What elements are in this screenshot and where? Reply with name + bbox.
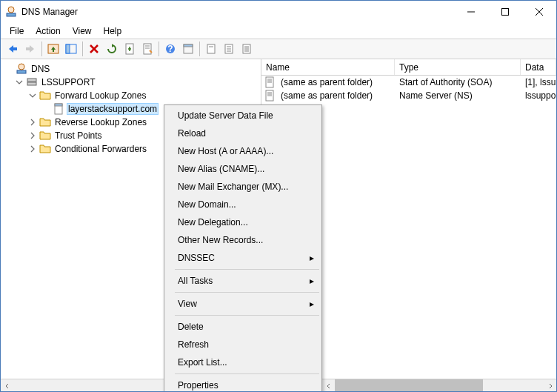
column-name[interactable]: Name: [261, 59, 395, 75]
record-icon: [264, 76, 276, 88]
mi-label: New Mail Exchanger (MX)...: [178, 182, 288, 192]
mi-other-new-records[interactable]: Other New Records...: [166, 231, 320, 249]
maximize-button[interactable]: [488, 1, 522, 23]
close-button[interactable]: [522, 1, 556, 23]
delete-button[interactable]: [86, 41, 102, 57]
mi-new-alias[interactable]: New Alias (CNAME)...: [166, 160, 320, 178]
new-window-button[interactable]: [180, 41, 196, 57]
list-h-scrollbar[interactable]: [322, 379, 556, 391]
svg-rect-10: [66, 44, 70, 53]
tree-item-label: Forward Lookup Zones: [53, 90, 147, 102]
mi-dnssec[interactable]: DNSSEC▸: [166, 249, 320, 267]
action2-button[interactable]: [221, 41, 237, 57]
menu-help[interactable]: Help: [98, 24, 128, 38]
cell-type: Start of Authority (SOA): [396, 76, 522, 88]
mi-label: Refresh: [178, 339, 209, 350]
mi-label: All Tasks: [178, 276, 213, 286]
mi-label: New Domain...: [178, 199, 236, 210]
scroll-left-icon[interactable]: [1, 379, 13, 391]
back-button[interactable]: [4, 41, 21, 57]
help-button[interactable]: ?: [162, 41, 179, 57]
mi-new-host[interactable]: New Host (A or AAAA)...: [166, 142, 320, 160]
title-bar: DNS Manager: [1, 1, 556, 23]
expander-icon: [4, 64, 14, 74]
window-title: DNS Manager: [21, 7, 78, 17]
cell-data: lssupport.: [522, 90, 556, 102]
mi-delete[interactable]: Delete: [166, 318, 320, 336]
mi-view[interactable]: View▸: [166, 295, 320, 313]
mi-label: Reload: [178, 128, 206, 139]
svg-rect-6: [13, 47, 17, 50]
refresh-button[interactable]: [104, 41, 120, 57]
menu-separator: [175, 292, 319, 293]
mi-reload[interactable]: Reload: [166, 124, 320, 142]
mi-label: Update Server Data File: [178, 110, 273, 121]
menu-separator: [175, 315, 319, 316]
zone-file-icon: [53, 103, 64, 115]
mi-properties[interactable]: Properties: [166, 376, 320, 392]
expand-icon[interactable]: [27, 130, 38, 141]
up-button[interactable]: [45, 41, 61, 57]
record-icon: [264, 90, 276, 102]
column-type[interactable]: Type: [395, 59, 521, 75]
collapse-icon[interactable]: [14, 77, 24, 87]
tree-root-label: DNS: [30, 63, 51, 75]
mi-refresh[interactable]: Refresh: [166, 336, 320, 353]
scroll-right-icon[interactable]: [544, 379, 556, 391]
column-data[interactable]: Data: [521, 59, 556, 75]
svg-rect-20: [184, 44, 193, 47]
tree-server[interactable]: LSSUPPORT: [1, 76, 261, 89]
svg-rect-34: [27, 79, 36, 82]
tree-server-label: LSSUPPORT: [40, 76, 96, 88]
action3-button[interactable]: [239, 41, 255, 57]
mi-new-mx[interactable]: New Mail Exchanger (MX)...: [166, 178, 320, 196]
list-header: Name Type Data: [261, 59, 556, 76]
action1-button[interactable]: [203, 41, 219, 57]
list-row[interactable]: (same as parent folder) Start of Authori…: [261, 76, 556, 89]
expand-icon[interactable]: [27, 144, 38, 154]
menu-bar: File Action View Help: [1, 23, 556, 39]
show-hide-tree-button[interactable]: [63, 41, 79, 57]
svg-point-33: [19, 64, 24, 70]
folder-icon: [39, 143, 51, 155]
svg-text:?: ?: [167, 44, 173, 54]
mi-export-list[interactable]: Export List...: [166, 353, 320, 371]
mi-label: Delete: [178, 322, 204, 332]
forward-button[interactable]: [22, 41, 39, 57]
svg-rect-37: [55, 104, 62, 106]
mi-label: New Delegation...: [178, 217, 248, 227]
folder-icon: [39, 116, 51, 128]
submenu-arrow-icon: ▸: [310, 253, 314, 263]
svg-rect-14: [144, 44, 151, 54]
scroll-left-icon[interactable]: [322, 379, 335, 391]
mi-label: Properties: [178, 380, 219, 391]
mi-new-domain[interactable]: New Domain...: [166, 196, 320, 213]
minimize-button[interactable]: [454, 1, 488, 23]
cell-type: Name Server (NS): [396, 90, 522, 102]
properties-button[interactable]: [139, 41, 156, 57]
collapse-icon[interactable]: [27, 90, 38, 101]
svg-rect-35: [27, 82, 36, 85]
menu-view[interactable]: View: [67, 24, 98, 38]
mi-new-delegation[interactable]: New Delegation...: [166, 213, 320, 231]
tree-root-dns[interactable]: DNS: [1, 62, 261, 76]
submenu-arrow-icon: ▸: [310, 299, 314, 309]
svg-rect-32: [17, 70, 26, 73]
mi-label: New Host (A or AAAA)...: [178, 146, 273, 156]
mi-label: View: [178, 299, 197, 309]
expand-icon[interactable]: [27, 117, 38, 127]
server-icon: [26, 76, 38, 88]
svg-rect-0: [7, 13, 16, 16]
scroll-thumb[interactable]: [335, 379, 483, 391]
export-button[interactable]: [121, 41, 138, 57]
app-icon: [5, 6, 17, 18]
tree-forward-zones[interactable]: Forward Lookup Zones: [1, 89, 261, 102]
dns-icon: [16, 63, 27, 75]
svg-rect-21: [207, 44, 215, 53]
menu-separator: [175, 373, 319, 374]
mi-all-tasks[interactable]: All Tasks▸: [166, 272, 320, 290]
menu-file[interactable]: File: [4, 24, 30, 38]
list-row[interactable]: (same as parent folder) Name Server (NS)…: [261, 89, 556, 102]
menu-action[interactable]: Action: [30, 24, 66, 38]
mi-update-server-data[interactable]: Update Server Data File: [166, 107, 320, 124]
